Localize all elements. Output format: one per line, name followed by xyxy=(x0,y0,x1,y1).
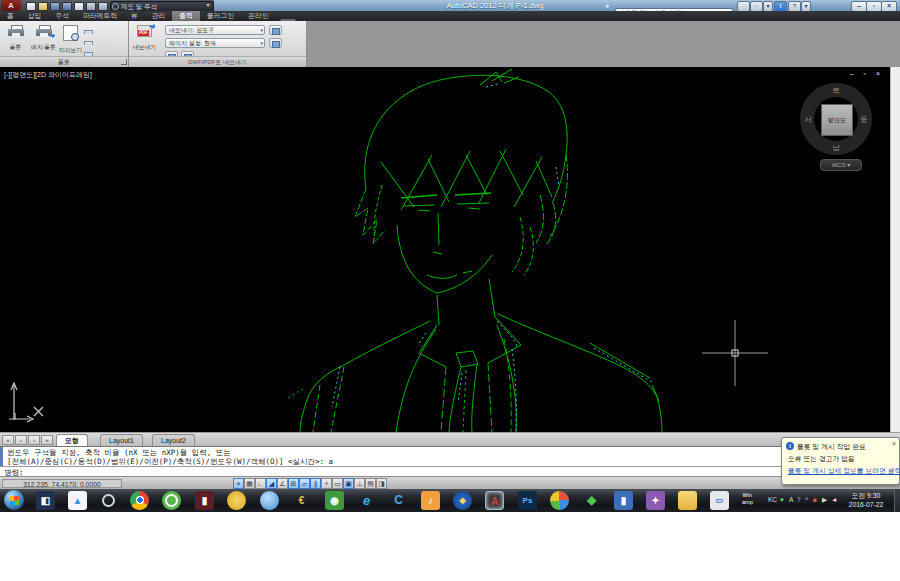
taskbar-euro-app-icon[interactable]: € xyxy=(292,491,311,510)
toggle-ducs-icon[interactable]: ∥ xyxy=(310,478,321,489)
taskbar-music-app-icon[interactable]: ♪ xyxy=(421,491,440,510)
wcs-dropdown[interactable]: WCS ▾ xyxy=(820,159,862,171)
toggle-snap-icon[interactable]: ▦ xyxy=(244,478,255,489)
taskbar-winamp-icon[interactable]: Winamp xyxy=(742,492,753,506)
export-window-pick-button[interactable] xyxy=(269,25,282,35)
redo-icon[interactable] xyxy=(98,2,108,11)
tab-nav-next-icon[interactable]: › xyxy=(28,435,40,445)
taskbar-internet-explorer-icon[interactable]: e xyxy=(357,491,376,510)
notification-close-icon[interactable]: × xyxy=(892,440,896,447)
open-file-icon[interactable] xyxy=(38,2,48,11)
page-setup-dropdown[interactable]: 페이지 설정: 현재▾ xyxy=(165,38,265,48)
toggle-tpy-icon[interactable]: ▣ xyxy=(343,478,354,489)
taskbar-ime-app-icon[interactable]: ◧ xyxy=(36,491,55,510)
toggle-qp-icon[interactable]: ⊥ xyxy=(354,478,365,489)
taskbar-folder-icon[interactable] xyxy=(678,491,697,510)
taskbar-autocad-icon[interactable]: A xyxy=(485,491,504,510)
toggle-lwt-icon[interactable]: ▭ xyxy=(332,478,343,489)
taskbar-magnifier-icon[interactable] xyxy=(99,491,118,510)
ribbon-tab-manage[interactable]: 관리 xyxy=(145,11,173,21)
ribbon-tab-output[interactable]: 출력 xyxy=(172,11,200,21)
tray-ime-a-icon[interactable]: A xyxy=(789,496,793,503)
toggle-grid-icon[interactable]: ∟ xyxy=(255,478,266,489)
taskbar-monitor-app-icon[interactable]: ▭ xyxy=(710,491,729,510)
batch-plot-button[interactable]: ➜ 배치 플롯 xyxy=(30,23,57,56)
new-file-icon[interactable] xyxy=(26,2,36,11)
dialog-launcher-icon[interactable] xyxy=(121,59,127,65)
taskbar-green-character-app-icon[interactable]: ◉ xyxy=(325,491,344,510)
workspace-dropdown-arrow-icon[interactable]: ▾ xyxy=(204,1,212,10)
export-type-dropdown[interactable]: 내보내기: 윈도우▾ xyxy=(165,25,265,35)
ribbon-tab-annotate[interactable]: 주석 xyxy=(48,11,76,21)
plotter-manager-button[interactable]: 플로터 관리자 xyxy=(84,46,127,56)
tray-kc-icon[interactable]: KC xyxy=(768,496,777,503)
viewcube-face[interactable]: 평면도 xyxy=(821,104,853,136)
taskbar-yellow-app-icon[interactable] xyxy=(227,491,246,510)
taskbar-chrome-icon[interactable] xyxy=(130,491,149,510)
start-button[interactable] xyxy=(4,490,24,510)
viewcube[interactable]: 평면도 북 서 동 남 xyxy=(800,83,872,155)
ribbon-tab-view[interactable]: 뷰 xyxy=(124,11,145,21)
taskbar-utility-app-icon[interactable]: ✦ xyxy=(646,491,665,510)
vertical-scrollbar[interactable] xyxy=(890,67,900,432)
save-as-icon[interactable] xyxy=(62,2,72,11)
tray-alert-icon[interactable]: ■ xyxy=(813,496,817,503)
undo-icon[interactable] xyxy=(86,2,96,11)
tab-nav-last-icon[interactable]: » xyxy=(41,435,53,445)
ribbon-tab-home[interactable]: 홈 xyxy=(0,11,21,21)
save-icon[interactable] xyxy=(50,2,60,11)
export-panel-title[interactable]: DWF/PDF로 내보내기 xyxy=(129,56,306,67)
tab-nav-first-icon[interactable]: « xyxy=(2,435,14,445)
plot-button[interactable]: 플롯 xyxy=(2,23,29,56)
command-window[interactable]: 윈도우 구석을 지정, 축척 비율 (nX 또는 nXP)을 입력, 또는 [전… xyxy=(0,446,900,476)
viewcube-north[interactable]: 북 xyxy=(829,86,843,96)
view-details-button[interactable]: 상세 정보 보기 xyxy=(84,35,127,45)
tab-nav-prev-icon[interactable]: ‹ xyxy=(15,435,27,445)
preview-button[interactable]: 미리보기 xyxy=(57,23,84,56)
page-setup-manager-button[interactable]: 페이지 설정 관리자 xyxy=(84,24,127,34)
taskbar-c-app-icon[interactable]: C xyxy=(389,491,408,510)
taskbar-photo-viewer-icon[interactable]: ▲ xyxy=(68,491,87,510)
autocad-logo-icon[interactable]: A xyxy=(1,0,21,11)
viewcube-east[interactable]: 동 xyxy=(857,115,871,125)
ribbon-tab-insert[interactable]: 삽입 xyxy=(21,11,49,21)
ribbon-tab-online[interactable]: 온라인 xyxy=(241,11,275,21)
taskbar-notebook-app-icon[interactable]: ▮ xyxy=(614,491,633,510)
toggle-dyn-icon[interactable]: + xyxy=(321,478,332,489)
ribbon-tab-parametric[interactable]: 파라메트릭 xyxy=(76,11,124,21)
taskbar-globe-app-icon[interactable] xyxy=(260,491,279,510)
drawing-window-buttons[interactable]: – ▫ × xyxy=(850,70,884,77)
taskbar-clock[interactable]: 오전 9:302016-07-22 xyxy=(840,491,892,509)
drawing-canvas[interactable]: [-][평면도][2D 와이어프레임] – ▫ × xyxy=(0,67,890,432)
tray-volume-icon[interactable]: ◄ xyxy=(831,496,837,503)
viewcube-south[interactable]: 남 xyxy=(829,143,843,153)
taskbar-palette-app-icon[interactable] xyxy=(550,491,569,510)
toggle-sc-icon[interactable]: ▤ xyxy=(365,478,376,489)
taskbar-photoshop-icon[interactable]: Ps xyxy=(518,491,537,510)
tray-help-icon[interactable]: ? xyxy=(797,496,801,503)
coordinate-display[interactable]: 312.235, 74.4170, 0.0000 xyxy=(2,479,122,488)
taskbar-diamond-app-icon[interactable]: ◆ xyxy=(582,491,601,510)
toggle-ortho-icon[interactable]: ◢ xyxy=(266,478,277,489)
tray-security-icon[interactable]: ♥ xyxy=(780,496,784,503)
page-setup-edit-button[interactable] xyxy=(269,38,282,48)
viewport-label[interactable]: [-][평면도][2D 와이어프레임] xyxy=(4,70,92,80)
toggle-osnap-icon[interactable]: ⊞ xyxy=(288,478,299,489)
plot-panel-title[interactable]: 플롯 xyxy=(0,56,128,67)
viewcube-west[interactable]: 서 xyxy=(801,115,815,125)
tray-flag-icon[interactable]: ▶ xyxy=(822,496,827,504)
toggle-otrack-icon[interactable]: ▱ xyxy=(299,478,310,489)
toggle-infer-icon[interactable]: ⌖ xyxy=(233,478,244,489)
export-button[interactable]: PDF➜ 내보내기 xyxy=(131,23,158,56)
ribbon-tab-plugins[interactable]: 플러그인 xyxy=(200,11,241,21)
toggle-polar-icon[interactable]: ∠ xyxy=(277,478,288,489)
taskbar-green-search-app-icon[interactable] xyxy=(162,491,181,510)
plot-icon[interactable] xyxy=(74,2,84,11)
tray-show-hidden-icon[interactable]: ^ xyxy=(805,496,808,503)
toggle-model-icon[interactable]: ◨ xyxy=(376,478,387,489)
infocenter-caret-icon[interactable]: ▸ xyxy=(606,2,610,10)
taskbar-compass-app-icon[interactable]: ◆ xyxy=(453,491,472,510)
notification-details-link[interactable]: 플롯 및 게시 상세 정보를 보려면 클릭 xyxy=(788,466,900,476)
show-desktop-button[interactable] xyxy=(894,489,900,512)
taskbar-media-app-icon[interactable]: ▮ xyxy=(195,491,214,510)
